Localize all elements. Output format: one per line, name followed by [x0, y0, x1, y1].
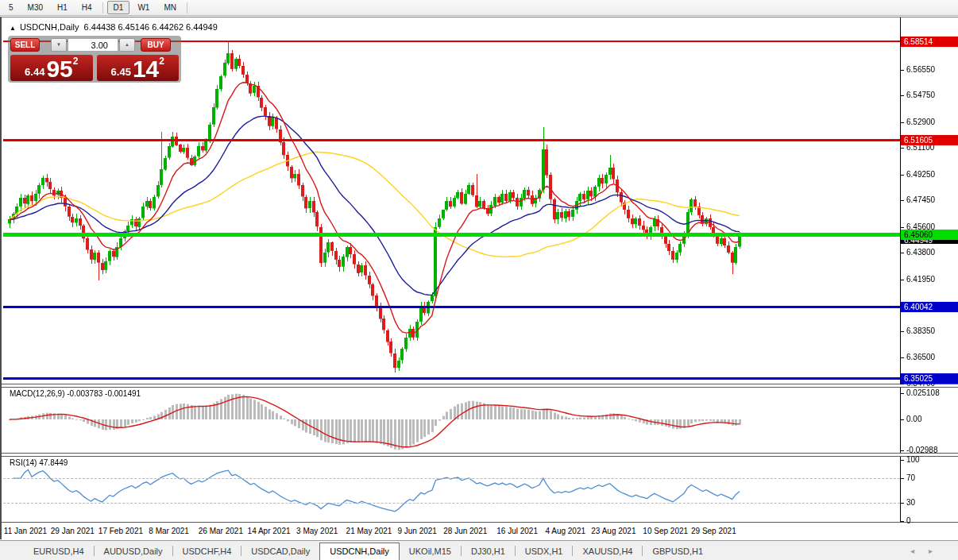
toolbar-separator — [187, 2, 187, 14]
sell-price-pip: 2 — [73, 56, 79, 67]
price-tick-dash — [900, 253, 904, 253]
price-tick: 6.36500 — [906, 353, 935, 362]
trading-platform-screen: 5M30H1H4D1W1MN ▲USDCNH,Daily 6.44438 6.4… — [0, 0, 958, 560]
price-tick-dash — [900, 227, 904, 228]
rsi-label: RSI(14) 47.8449 — [10, 458, 68, 467]
price-tick: 6.56550 — [906, 65, 935, 75]
price-tick-dash — [900, 357, 904, 358]
price-tick: 6.47450 — [906, 195, 935, 205]
level-price-label[interactable]: 6.58514 — [901, 37, 958, 47]
timeframe-button-MN[interactable]: MN — [157, 1, 183, 14]
ohlc-values: 6.44438 6.45146 6.44262 6.44949 — [84, 22, 218, 32]
buy-price-display[interactable]: 6.45 14 2 — [97, 55, 180, 81]
buy-price-digits: 14 — [133, 58, 159, 79]
tab-scroll-arrows[interactable]: ◂▸ — [910, 546, 947, 555]
macd-rsi-splitter[interactable] — [2, 453, 958, 457]
level-price-label[interactable]: 6.40042 — [901, 302, 958, 312]
date-label: 28 Jun 2021 — [443, 527, 487, 535]
date-label: 16 Jul 2021 — [496, 527, 538, 535]
date-label: 29 Jan 2021 — [51, 527, 95, 535]
chart-tab-USDX[interactable]: USDX,H1 — [516, 543, 573, 560]
rsi-tick: 30 — [906, 498, 915, 508]
triangle-down-icon: ▼ — [56, 42, 61, 47]
main-macd-splitter[interactable] — [2, 384, 958, 388]
rsi-tick: 100 — [906, 455, 920, 465]
volume-input[interactable]: 3.00 — [68, 38, 118, 52]
price-tick-dash — [900, 148, 904, 149]
rsi-tick-dash — [900, 503, 904, 504]
rsi-tick-dash — [900, 460, 904, 461]
macd-tick-dash — [900, 393, 904, 394]
price-tick: 6.49250 — [906, 170, 935, 180]
horizontal-level-line[interactable] — [3, 233, 900, 237]
horizontal-level-line[interactable] — [3, 377, 900, 380]
volume-decrease-button[interactable]: ▼ — [51, 38, 67, 52]
date-label: 26 Mar 2021 — [199, 527, 243, 535]
chart-tab-USDCNH[interactable]: USDCNH,Daily — [319, 543, 400, 560]
level-price-label[interactable]: 6.45060 — [901, 230, 958, 240]
volume-increase-button[interactable]: ▲ — [119, 38, 135, 52]
timeframe-button-W1[interactable]: W1 — [131, 1, 156, 14]
timeframe-button-5[interactable]: 5 — [2, 1, 20, 14]
timeframe-button-H1[interactable]: H1 — [51, 1, 74, 14]
timeframe-button-M30[interactable]: M30 — [21, 1, 49, 14]
macd-tick: -0.02988 — [906, 446, 937, 455]
sell-price-prefix: 6.44 — [25, 66, 44, 78]
price-axis-line — [900, 17, 901, 523]
macd-tick-dash — [900, 419, 904, 420]
chart-tab-AUDUSD[interactable]: AUDUSD,Daily — [95, 543, 172, 560]
tab-scroll-right-icon[interactable]: ▸ — [929, 546, 947, 555]
price-tick: 6.52900 — [906, 118, 935, 127]
sell-price-display[interactable]: 6.44 95 2 — [10, 55, 93, 81]
date-label: 21 May 2021 — [346, 527, 392, 535]
horizontal-level-line[interactable] — [3, 139, 900, 141]
price-tick: 6.41950 — [906, 275, 935, 284]
price-tick: 6.43800 — [906, 248, 935, 257]
date-label: 8 Mar 2021 — [149, 527, 189, 535]
price-tick-dash — [900, 200, 904, 201]
rsi-level-line — [3, 503, 900, 504]
chart-tab-USDCAD[interactable]: USDCAD,Daily — [241, 543, 319, 560]
chart-tab-EURUSD[interactable]: EURUSD,H4 — [24, 543, 94, 560]
price-tick-dash — [900, 175, 904, 176]
rsi-canvas[interactable] — [2, 457, 900, 522]
timeframe-button-H4[interactable]: H4 — [75, 1, 99, 14]
level-price-label[interactable]: 6.35025 — [901, 373, 958, 384]
buy-price-pip: 2 — [159, 56, 164, 67]
sell-button[interactable]: SELL — [10, 38, 40, 52]
date-label: 4 Aug 2021 — [545, 527, 585, 535]
tab-scroll-left-icon[interactable]: ◂ — [910, 546, 929, 555]
buy-price-prefix: 6.45 — [111, 66, 131, 78]
rsi-tick-dash — [900, 521, 904, 522]
chart-tab-UKOil[interactable]: UKOil,M15 — [400, 543, 461, 560]
price-tick-dash — [900, 280, 904, 280]
macd-tick: 0.025108 — [906, 388, 940, 398]
date-label: 9 Jun 2021 — [397, 527, 437, 535]
price-tick-dash — [900, 70, 904, 71]
chart-window: ▲USDCNH,Daily 6.44438 6.45146 6.44262 6.… — [0, 17, 958, 539]
timeframe-toolbar: 5M30H1H4D1W1MN — [0, 0, 958, 16]
price-tick-dash — [900, 331, 904, 332]
rsi-level-line — [3, 478, 900, 479]
level-price-label[interactable]: 6.51605 — [901, 135, 958, 145]
date-label: 23 Aug 2021 — [591, 527, 635, 535]
chart-tab-GBPUSD[interactable]: GBPUSD,H1 — [643, 543, 713, 560]
macd-tick-dash — [900, 450, 904, 451]
price-tick-dash — [900, 95, 904, 96]
date-label: 14 Apr 2021 — [248, 527, 291, 535]
horizontal-level-line[interactable] — [3, 306, 900, 308]
rsi-tick: 0 — [906, 516, 911, 526]
price-tick-dash — [900, 122, 904, 123]
one-click-collapse-icon[interactable]: ▲ — [10, 25, 16, 32]
chart-tab-DJ30[interactable]: DJ30,H1 — [462, 543, 515, 560]
date-label: 11 Jan 2021 — [4, 527, 47, 535]
buy-button[interactable]: BUY — [141, 38, 171, 52]
timeframe-button-D1[interactable]: D1 — [107, 1, 130, 14]
rsi-tick-dash — [900, 478, 904, 479]
price-tick: 6.38350 — [906, 326, 935, 336]
toolbar-separator — [102, 2, 103, 14]
macd-tick: 0.00 — [906, 415, 921, 424]
chart-tab-USDCHF[interactable]: USDCHF,H4 — [173, 543, 241, 560]
chart-title: ▲USDCNH,Daily 6.44438 6.45146 6.44262 6.… — [10, 22, 218, 32]
chart-tab-XAUUSD[interactable]: XAUUSD,H4 — [573, 543, 642, 560]
